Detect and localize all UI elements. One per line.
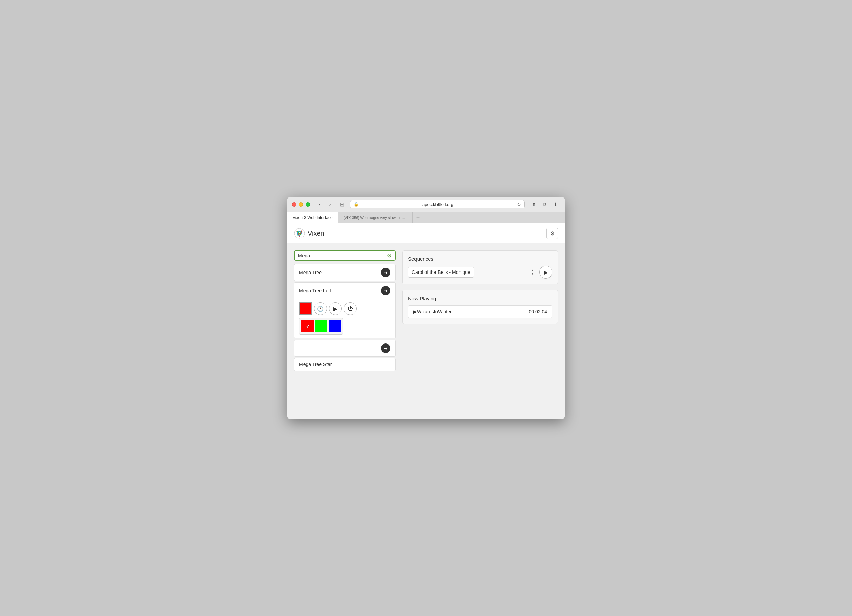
expanded-controls: 🕐 ▶ ⏻ ✓ bbox=[294, 299, 396, 339]
schedule-button[interactable]: 🕐 bbox=[314, 302, 327, 315]
search-clear-button[interactable]: ⊗ bbox=[387, 252, 391, 259]
list-item-mega-tree[interactable]: Mega Tree ➜ bbox=[294, 264, 396, 281]
url-text: apoc.kb9kld.org bbox=[361, 202, 515, 207]
left-panel: ⊗ Mega Tree ➜ Mega Tree Left ➜ 🕐 bbox=[294, 250, 396, 413]
settings-button[interactable]: ⚙ bbox=[547, 227, 558, 239]
app-logo: Vixen bbox=[294, 228, 325, 239]
controls-row: 🕐 ▶ ⏻ bbox=[299, 302, 390, 315]
now-playing-time: 00:02:04 bbox=[529, 309, 547, 315]
tab-2-label: [VIX-356] Web pages very slow to load an… bbox=[344, 216, 407, 220]
color-swatch[interactable] bbox=[299, 302, 312, 315]
list-item-mega-tree-left[interactable]: Mega Tree Left ➜ bbox=[294, 282, 396, 299]
power-icon: ⏻ bbox=[347, 306, 353, 312]
tab-bar: Vixen 3 Web Interface [VIX-356] Web page… bbox=[287, 212, 565, 223]
tab-overview-button[interactable]: ⧉ bbox=[540, 200, 549, 208]
maximize-button[interactable] bbox=[305, 202, 310, 206]
sequence-select-wrapper: Carol of the Bells - Monique WizardsInWi… bbox=[408, 267, 537, 277]
now-playing-title-label: Now Playing bbox=[408, 295, 552, 301]
list-item-label: Mega Tree bbox=[299, 270, 322, 275]
app-title: Vixen bbox=[308, 230, 325, 237]
list-item-label: Mega Tree Left bbox=[299, 288, 331, 294]
search-box: ⊗ bbox=[294, 250, 396, 261]
sequence-row: Carol of the Bells - Monique WizardsInWi… bbox=[408, 266, 552, 279]
download-button[interactable]: ⬇ bbox=[551, 200, 560, 208]
now-playing-track: ▶WizardsInWinter bbox=[413, 309, 452, 315]
color-option-red[interactable]: ✓ bbox=[302, 320, 314, 332]
new-tab-button[interactable]: + bbox=[413, 212, 423, 223]
sub-item-arrow-row[interactable]: ➜ bbox=[294, 340, 396, 357]
title-bar: ‹ › ⊟ 🔒 apoc.kb9kld.org ↻ ⬆ ⧉ ⬇ bbox=[287, 197, 565, 212]
url-bar[interactable]: 🔒 apoc.kb9kld.org ↻ bbox=[350, 200, 525, 208]
color-option-blue[interactable] bbox=[329, 320, 341, 332]
sequences-title: Sequences bbox=[408, 256, 552, 262]
play-icon: ▶ bbox=[333, 306, 337, 312]
forward-button[interactable]: › bbox=[325, 201, 334, 208]
sequences-card: Sequences Carol of the Bells - Monique W… bbox=[402, 250, 558, 284]
navigate-icon: ➜ bbox=[381, 343, 390, 353]
back-button[interactable]: ‹ bbox=[315, 201, 324, 208]
nav-buttons: ‹ › bbox=[315, 201, 334, 208]
browser-actions: ⬆ ⧉ ⬇ bbox=[530, 200, 560, 208]
list-item-mega-tree-star[interactable]: Mega Tree Star bbox=[294, 358, 396, 371]
tab-1-label: Vixen 3 Web Interface bbox=[293, 215, 332, 220]
app-header: Vixen ⚙ bbox=[287, 223, 565, 243]
share-button[interactable]: ⬆ bbox=[530, 200, 538, 208]
select-arrows-icon: ▲ ▼ bbox=[531, 269, 534, 275]
navigate-icon: ➜ bbox=[381, 286, 390, 295]
play-button[interactable]: ▶ bbox=[329, 302, 342, 315]
close-button[interactable] bbox=[292, 202, 296, 206]
vixen-logo-icon bbox=[294, 228, 305, 239]
play-icon: ▶ bbox=[544, 269, 548, 276]
traffic-lights bbox=[292, 202, 310, 206]
right-panel: Sequences Carol of the Bells - Monique W… bbox=[402, 250, 558, 413]
search-input[interactable] bbox=[298, 253, 387, 258]
sidebar-toggle-button[interactable]: ⊟ bbox=[338, 201, 346, 208]
now-playing-card: Now Playing ▶WizardsInWinter 00:02:04 bbox=[402, 290, 558, 324]
list-item-label: Mega Tree Star bbox=[299, 362, 332, 367]
tab-2[interactable]: [VIX-356] Web pages very slow to load an… bbox=[338, 212, 413, 223]
tab-1[interactable]: Vixen 3 Web Interface bbox=[287, 212, 338, 223]
minimize-button[interactable] bbox=[299, 202, 303, 206]
navigate-icon: ➜ bbox=[381, 268, 390, 277]
main-content: ⊗ Mega Tree ➜ Mega Tree Left ➜ 🕐 bbox=[287, 243, 565, 419]
color-picker-popup: ✓ bbox=[299, 318, 343, 335]
sequence-play-button[interactable]: ▶ bbox=[539, 266, 552, 279]
refresh-icon[interactable]: ↻ bbox=[517, 202, 521, 207]
color-option-green[interactable] bbox=[315, 320, 327, 332]
sequence-select[interactable]: Carol of the Bells - Monique WizardsInWi… bbox=[408, 267, 474, 277]
clock-icon: 🕐 bbox=[317, 306, 324, 312]
lock-icon: 🔒 bbox=[353, 202, 359, 206]
selected-checkmark: ✓ bbox=[305, 323, 310, 330]
gear-icon: ⚙ bbox=[550, 230, 554, 236]
power-button[interactable]: ⏻ bbox=[344, 302, 357, 315]
browser-window: ‹ › ⊟ 🔒 apoc.kb9kld.org ↻ ⬆ ⧉ ⬇ Vixen 3 … bbox=[287, 197, 565, 419]
now-playing-row: ▶WizardsInWinter 00:02:04 bbox=[408, 305, 552, 318]
